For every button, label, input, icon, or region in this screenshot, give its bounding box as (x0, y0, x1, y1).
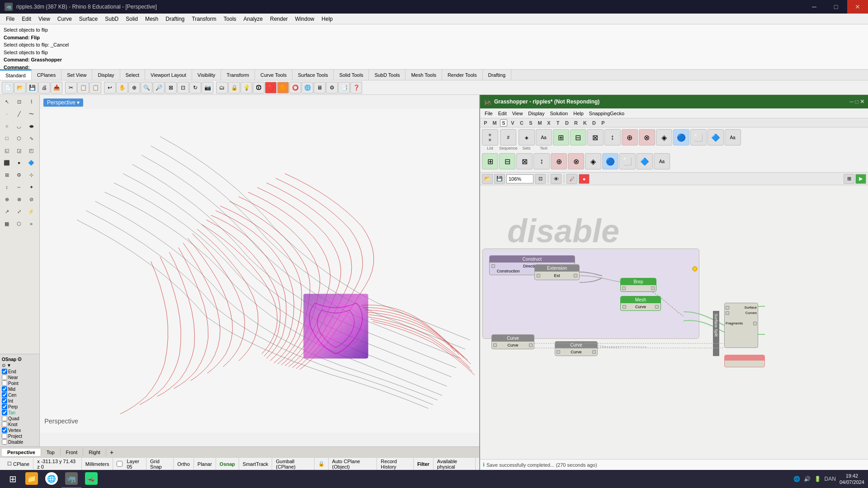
gh-node-orange[interactable] (724, 355, 765, 367)
osnap-gear-icon[interactable]: ⚙ (17, 356, 22, 362)
tb-import[interactable]: 📥 (51, 82, 62, 94)
lt-dim3[interactable]: ✦ (25, 181, 37, 193)
lt-arc[interactable]: ◡ (13, 120, 25, 132)
taskbar-app-gh[interactable]: 🦗 (81, 470, 101, 488)
gh-menu-edit[interactable]: Edit (495, 110, 509, 117)
osnap-cen-check[interactable] (2, 392, 7, 398)
lt-ellipse[interactable]: ⬬ (25, 120, 37, 132)
gh-port-curve-right[interactable] (529, 343, 533, 347)
gh-menu-display[interactable]: Display (525, 110, 547, 117)
gh-comp-btn11[interactable]: Aa (725, 129, 741, 145)
tb-zoom-window[interactable]: ⊠ (165, 82, 177, 94)
gh-port-mesh-left[interactable] (623, 305, 626, 309)
gh-port-curve-left[interactable] (493, 343, 497, 347)
lt-circle[interactable]: ○ (1, 120, 13, 132)
tab-subd-tools[interactable]: SubD Tools (369, 70, 406, 80)
tb-new[interactable]: 📄 (2, 82, 14, 94)
tab-mesh-tools[interactable]: Mesh Tools (406, 70, 442, 80)
lt-rect[interactable]: □ (1, 132, 13, 144)
osnap-icon1[interactable]: ⊙ (2, 363, 5, 368)
gh-comp-btn18[interactable]: ◈ (585, 153, 601, 169)
tb-layer-panel[interactable]: 📑 (338, 82, 350, 94)
lt-point[interactable]: · (1, 108, 13, 120)
close-button[interactable]: ✕ (847, 0, 868, 14)
sb-filter[interactable]: Filter (414, 458, 434, 470)
gh-zoom-fit-btn[interactable]: ⊡ (535, 174, 546, 184)
menu-curve[interactable]: Curve (54, 15, 75, 23)
gh-menu-file[interactable]: File (482, 110, 495, 117)
lt-more[interactable]: » (25, 218, 37, 230)
viewport-dropdown-arrow[interactable]: ▾ (77, 99, 80, 106)
tb-save[interactable]: 💾 (26, 82, 38, 94)
lt-curve[interactable]: 〜 (25, 108, 37, 120)
gh-expand-btn[interactable]: ⊞ (844, 174, 854, 184)
tb-select-all[interactable]: ⊕ (128, 82, 140, 94)
gh-load-btn[interactable]: 📂 (482, 174, 493, 184)
tab-select[interactable]: Select (120, 70, 146, 80)
tab-curve-tools[interactable]: Curve Tools (255, 70, 292, 80)
gh-letter-R[interactable]: R (572, 119, 580, 127)
vp-tab-top[interactable]: Top (41, 449, 61, 456)
tb-circle[interactable]: ⭕ (289, 82, 301, 94)
menu-mesh[interactable]: Mesh (142, 15, 162, 23)
lt-solid2[interactable]: ● (13, 157, 25, 169)
tab-viewport-layout[interactable]: Viewport Layout (145, 70, 192, 80)
gh-red-btn[interactable]: ● (579, 174, 590, 184)
lt-snap1[interactable]: ⊕ (1, 193, 13, 205)
gh-comp-btn19[interactable]: 🔵 (602, 153, 618, 169)
menu-surface[interactable]: Surface (75, 15, 101, 23)
gh-comp-btn14[interactable]: ⊠ (516, 153, 533, 169)
menu-file[interactable]: File (2, 15, 18, 23)
gh-node-curve-bottom[interactable]: Curve Curve (491, 334, 534, 349)
sb-ortho[interactable]: Ortho (174, 458, 194, 470)
tb-zoom-in[interactable]: 🔍 (141, 82, 152, 94)
minimize-button[interactable]: ─ (804, 0, 825, 14)
sb-planar[interactable]: Planar (194, 458, 216, 470)
tb-help[interactable]: ❓ (350, 82, 362, 94)
tb-paste[interactable]: 📋 (90, 82, 101, 94)
gh-port-curve2-left[interactable] (557, 350, 560, 354)
gh-node-extension[interactable]: Extension Ext (534, 264, 580, 280)
gh-comp-btn12[interactable]: ⊞ (482, 153, 498, 169)
tab-render-tools[interactable]: Render Tools (442, 70, 483, 80)
lt-dim1[interactable]: ↕ (1, 181, 13, 193)
gh-save-btn[interactable]: 💾 (494, 174, 505, 184)
start-button[interactable]: ⊞ (4, 472, 22, 486)
gh-menu-help[interactable]: Help (571, 110, 586, 117)
lt-freeform[interactable]: ∿ (25, 132, 37, 144)
gh-port-ss-curves[interactable] (726, 311, 729, 315)
gh-port-brep-right[interactable] (651, 286, 655, 290)
sb-layer-check[interactable] (117, 461, 123, 467)
sb-grid-snap[interactable]: Grid Snap (146, 458, 174, 470)
osnap-int-check[interactable] (2, 398, 7, 404)
menu-subd[interactable]: SubD (101, 15, 122, 23)
tb-cut[interactable]: ✂ (65, 82, 77, 94)
osnap-mid-check[interactable] (2, 386, 7, 392)
tb-toggle[interactable]: ⏼ (253, 82, 264, 94)
osnap-end-check[interactable] (2, 369, 7, 374)
sb-record-history[interactable]: Record History (377, 458, 414, 470)
vp-tab-right[interactable]: Right (83, 449, 106, 456)
tab-transform[interactable]: Transform (221, 70, 255, 80)
menu-view[interactable]: View (35, 15, 54, 23)
tb-camera[interactable]: 📷 (202, 82, 213, 94)
gh-comp-btn17[interactable]: ⊗ (568, 153, 584, 169)
sb-units[interactable]: Millimeters (82, 458, 113, 470)
gh-port-brep-left[interactable] (622, 286, 626, 290)
gh-letter-M[interactable]: M (491, 119, 498, 127)
gh-letter-K[interactable]: K (581, 119, 589, 127)
tb-copy[interactable]: 📋 (77, 82, 89, 94)
gh-menu-snapping[interactable]: SnappingGecko (586, 110, 627, 117)
osnap-project-check[interactable] (2, 433, 7, 439)
tb-obj-props[interactable]: ⚙ (326, 82, 338, 94)
gh-letter-D[interactable]: D (563, 119, 571, 127)
gh-port-mesh-right[interactable] (655, 305, 659, 309)
osnap-vertex-check[interactable] (2, 427, 7, 433)
gh-comp-btn13[interactable]: ⊟ (499, 153, 515, 169)
gh-close-button[interactable]: ─ □ ✕ (850, 99, 864, 105)
lt-transform2[interactable]: ⤢ (13, 206, 25, 217)
gh-comp-btn21[interactable]: 🔷 (637, 153, 653, 169)
osnap-quad-check[interactable] (2, 416, 7, 421)
lt-mesh2[interactable]: ⚙ (13, 169, 25, 181)
gh-comp-btn15[interactable]: ↕ (533, 153, 550, 169)
